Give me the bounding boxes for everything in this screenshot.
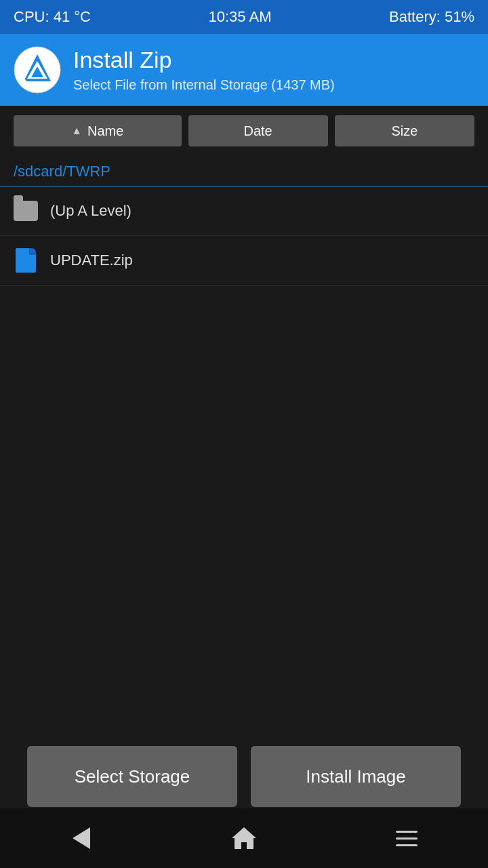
- header-text: Install Zip Select File from Internal St…: [73, 47, 335, 93]
- sort-size-button[interactable]: Size: [335, 115, 474, 146]
- header-subtitle: Select File from Internal Storage (1437 …: [73, 77, 335, 93]
- install-image-button[interactable]: Install Image: [251, 746, 461, 807]
- sort-date-label: Date: [244, 123, 272, 139]
- app-icon: [14, 46, 61, 94]
- header: Install Zip Select File from Internal St…: [0, 34, 488, 106]
- current-path: /sdcard/TWRP: [14, 163, 110, 180]
- sort-name-button[interactable]: ▲ Name: [14, 115, 182, 146]
- file-icon: [14, 248, 38, 273]
- cpu-status: CPU: 41 °C: [14, 8, 91, 26]
- sort-size-label: Size: [391, 123, 418, 139]
- menu-button[interactable]: [390, 821, 424, 855]
- battery-status: Battery: 51%: [389, 8, 474, 26]
- header-title: Install Zip: [73, 47, 335, 73]
- svg-marker-6: [232, 827, 256, 849]
- menu-icon: [396, 831, 418, 846]
- back-icon: [73, 827, 90, 849]
- file-name: UPDATE.zip: [50, 252, 133, 269]
- list-item[interactable]: (Up A Level): [0, 186, 488, 236]
- sort-bar: ▲ Name Date Size: [0, 106, 488, 156]
- file-list: (Up A Level) UPDATE.zip: [0, 186, 488, 285]
- home-icon: [230, 825, 258, 852]
- back-button[interactable]: [64, 821, 98, 855]
- home-button[interactable]: [227, 821, 261, 855]
- list-item[interactable]: UPDATE.zip: [0, 236, 488, 285]
- file-name: (Up A Level): [50, 202, 131, 220]
- folder-icon: [14, 199, 38, 223]
- time-status: 10:35 AM: [209, 8, 272, 26]
- sort-name-label: Name: [87, 123, 123, 139]
- bottom-buttons: Select Storage Install Image: [0, 746, 488, 807]
- select-storage-button[interactable]: Select Storage: [27, 746, 237, 807]
- sort-arrow-icon: ▲: [71, 125, 82, 137]
- nav-bar: [0, 808, 488, 868]
- sort-date-button[interactable]: Date: [188, 115, 328, 146]
- status-bar: CPU: 41 °C 10:35 AM Battery: 51%: [0, 0, 488, 34]
- path-bar: /sdcard/TWRP: [0, 156, 488, 186]
